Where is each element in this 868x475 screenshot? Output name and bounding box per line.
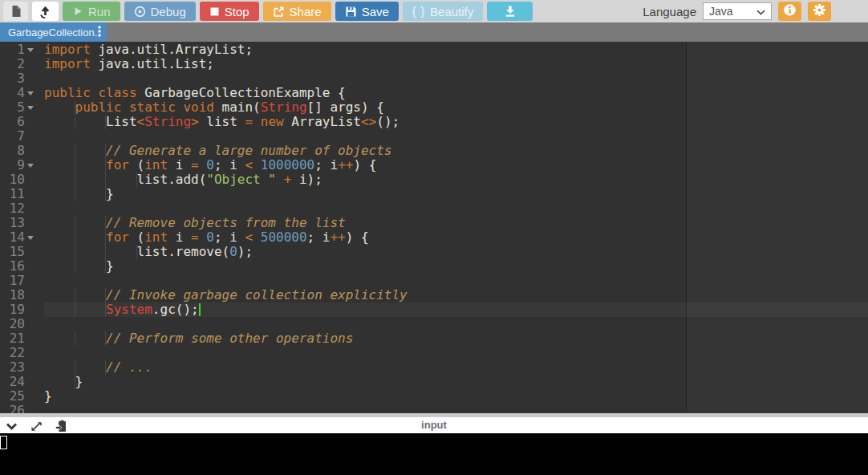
collapse-panel-icon[interactable]	[6, 422, 18, 431]
line-number: 18	[0, 288, 35, 302]
line-number: 13	[0, 216, 35, 230]
line-number: 5	[0, 100, 35, 115]
fold-arrow-icon[interactable]	[27, 91, 34, 95]
code-line: // Remove objects from the list	[44, 216, 868, 230]
tab-bar: GarbageCollection...	[0, 22, 868, 42]
code-line: public class GarbageCollectionExample {	[44, 86, 868, 100]
stop-icon	[209, 6, 220, 17]
debug-button-label: Debug	[151, 5, 186, 18]
code-line: import java.util.List;	[44, 57, 868, 71]
new-file-button[interactable]	[3, 2, 28, 21]
language-controls: Language Java	[643, 2, 831, 21]
save-icon	[345, 6, 357, 18]
code-line: import java.util.ArrayList;	[44, 43, 868, 57]
open-file-button[interactable]	[32, 2, 59, 21]
line-number: 6	[0, 115, 35, 129]
line-number: 17	[0, 274, 35, 288]
line-number: 9	[0, 158, 35, 173]
stop-button-label: Stop	[225, 5, 249, 18]
line-number: 10	[0, 173, 35, 187]
code-line: System.gc();	[44, 302, 868, 317]
code-line: }	[44, 259, 868, 274]
line-number: 15	[0, 245, 35, 259]
file-icon	[10, 5, 22, 18]
share-icon	[273, 6, 285, 18]
beautify-button[interactable]: { } Beautify	[403, 2, 483, 21]
code-line: list.remove(0);	[44, 245, 868, 259]
stop-button[interactable]: Stop	[200, 2, 259, 21]
fold-arrow-icon[interactable]	[27, 106, 34, 110]
input-panel-label: input	[0, 417, 868, 433]
tab-garbagecollection[interactable]: GarbageCollection...	[0, 22, 107, 42]
line-number: 8	[0, 144, 35, 158]
code-line: for (int i = 0; i < 1000000; i++) {	[44, 158, 868, 173]
language-select[interactable]: Java	[703, 2, 772, 20]
line-number: 16	[0, 259, 35, 274]
code-line: list.add("Object " + i);	[44, 173, 868, 187]
download-icon	[504, 5, 517, 18]
info-icon	[783, 3, 797, 19]
debug-icon	[134, 6, 146, 18]
code-lines[interactable]: import java.util.ArrayList;import java.u…	[35, 43, 868, 413]
tab-title: GarbageCollection...	[8, 26, 98, 39]
line-number: 24	[0, 375, 35, 389]
line-number: 4	[0, 86, 35, 100]
io-panel-header: input	[0, 417, 868, 433]
fold-arrow-icon[interactable]	[27, 164, 34, 168]
info-button[interactable]	[778, 2, 801, 21]
code-line: }	[44, 375, 868, 389]
line-number: 25	[0, 389, 35, 404]
line-number: 3	[0, 71, 35, 86]
fold-arrow-icon[interactable]	[27, 236, 34, 240]
main-toolbar: Run Debug Stop Share Save { } Beautify L…	[0, 0, 868, 22]
kebab-menu-icon[interactable]	[98, 26, 101, 39]
line-number: 26	[0, 404, 35, 413]
line-number: 1	[0, 43, 35, 57]
paste-icon[interactable]	[55, 420, 67, 432]
code-line: // Generate a large number of objects	[44, 144, 868, 158]
save-button[interactable]: Save	[335, 2, 399, 21]
play-icon	[72, 6, 83, 17]
code-line: }	[44, 187, 868, 201]
share-button[interactable]: Share	[263, 2, 331, 21]
code-line: List<String> list = new ArrayList<>();	[44, 115, 868, 129]
code-line	[44, 317, 868, 331]
code-editor[interactable]: 1234567891011121314151617181920212223242…	[0, 42, 868, 413]
settings-button[interactable]	[808, 2, 831, 21]
download-button[interactable]	[487, 2, 533, 21]
expand-panel-icon[interactable]	[30, 420, 43, 432]
code-line	[44, 404, 868, 413]
code-line	[44, 129, 868, 144]
fold-arrow-icon[interactable]	[27, 48, 34, 52]
code-line: }	[44, 389, 868, 404]
code-line: // ...	[44, 360, 868, 375]
line-number: 22	[0, 346, 35, 360]
line-number: 14	[0, 230, 35, 245]
line-number: 19	[0, 302, 35, 317]
code-line	[44, 201, 868, 216]
braces-icon: { }	[412, 5, 425, 18]
terminal-cursor	[0, 436, 7, 449]
language-selected-value: Java	[709, 5, 733, 18]
gear-icon	[813, 3, 826, 19]
line-number: 7	[0, 129, 35, 144]
code-line	[44, 346, 868, 360]
code-line: for (int i = 0; i < 500000; i++) {	[44, 230, 868, 245]
run-button-label: Run	[88, 5, 111, 18]
line-number: 12	[0, 201, 35, 216]
line-number: 20	[0, 317, 35, 331]
text-caret	[199, 303, 201, 316]
code-line	[44, 71, 868, 86]
line-number: 11	[0, 187, 35, 201]
code-line: public static void main(String[] args) {	[44, 100, 868, 115]
code-line: // Invoke garbage collection explicitly	[44, 288, 868, 302]
debug-button[interactable]: Debug	[124, 2, 196, 21]
upload-icon	[39, 5, 52, 18]
line-number: 23	[0, 360, 35, 375]
beautify-button-label: Beautify	[430, 5, 473, 18]
run-button[interactable]: Run	[63, 2, 120, 21]
gutter[interactable]: 1234567891011121314151617181920212223242…	[0, 43, 35, 413]
save-button-label: Save	[362, 5, 389, 18]
stdin-console[interactable]	[0, 433, 868, 475]
line-number: 2	[0, 57, 35, 71]
